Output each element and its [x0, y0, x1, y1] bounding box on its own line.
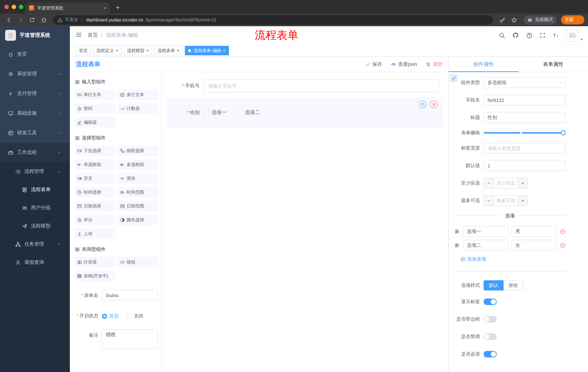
drag-icon[interactable]: [454, 243, 460, 248]
tag-process-model[interactable]: 流程模型×: [124, 46, 152, 55]
drag-icon[interactable]: [454, 229, 460, 234]
tab-form-props[interactable]: 表单属性: [518, 57, 588, 72]
tag-home[interactable]: 首页: [76, 46, 91, 55]
palette-item-password[interactable]: 密码: [75, 103, 115, 114]
sidebar-item-process-model[interactable]: 流程模型: [0, 217, 70, 235]
sidebar-item-home[interactable]: 首页: [0, 44, 70, 64]
delete-field-button[interactable]: [430, 101, 437, 108]
security-label[interactable]: 不安全: [65, 17, 78, 23]
forward-icon[interactable]: [15, 15, 25, 25]
sidebar-item-devtools[interactable]: 研发工具: [0, 123, 70, 143]
palette-item-checkbox-group[interactable]: 多选框组: [118, 159, 158, 170]
view-json-button[interactable]: 查看json: [391, 61, 417, 67]
disabled-switch[interactable]: [483, 333, 497, 340]
clear-button[interactable]: 清空: [426, 61, 442, 67]
close-icon[interactable]: ×: [223, 48, 226, 53]
palette-item-time-picker[interactable]: 时间选择: [75, 187, 115, 197]
breadcrumb-home[interactable]: 首页: [88, 32, 98, 39]
tab-component-props[interactable]: 组件属性: [449, 57, 518, 72]
back-icon[interactable]: [4, 15, 14, 25]
status-radio-off[interactable]: 关闭: [126, 313, 143, 319]
plus-button[interactable]: +: [517, 178, 528, 188]
form-name-input[interactable]: [102, 290, 158, 301]
reload-icon[interactable]: [27, 15, 37, 25]
max-select-input[interactable]: [494, 195, 517, 206]
palette-item-row-container[interactable]: 行容器: [75, 257, 115, 267]
option-label-input[interactable]: [463, 240, 508, 251]
required-switch[interactable]: [483, 351, 497, 357]
search-icon[interactable]: [499, 32, 505, 38]
copy-field-button[interactable]: [419, 101, 426, 108]
browser-tab[interactable]: 芋道管理系统 ×: [25, 2, 110, 13]
remove-circle-icon[interactable]: [560, 243, 566, 248]
close-icon[interactable]: ×: [146, 48, 149, 53]
palette-item-button[interactable]: 按钮: [118, 257, 158, 267]
tag-process-form-edit[interactable]: 流程表单-编辑×: [185, 46, 229, 55]
label-width-input[interactable]: [483, 143, 566, 154]
sidebar-item-infrastructure[interactable]: 基础设施: [0, 103, 70, 123]
palette-item-single-line-text[interactable]: 单行文本: [75, 90, 115, 100]
update-pill[interactable]: 更新 ⋮: [561, 15, 584, 24]
form-grid-slider[interactable]: [483, 132, 563, 134]
palette-item-date-range[interactable]: 日期范围: [118, 201, 158, 211]
palette-item-cascader[interactable]: 级联选择: [118, 146, 158, 156]
tab-close-icon[interactable]: ×: [103, 5, 106, 11]
sidebar-item-leave-query[interactable]: 请假查询: [0, 253, 70, 272]
palette-item-upload[interactable]: 上传: [75, 229, 115, 239]
option-value-input[interactable]: [511, 240, 557, 251]
min-select-input[interactable]: [494, 178, 517, 188]
palette-item-rate[interactable]: 评分: [75, 215, 115, 225]
sidebar-item-process-form[interactable]: 流程表单: [0, 181, 70, 199]
default-value-input[interactable]: [483, 160, 566, 171]
sidebar-item-system-management[interactable]: 系统管理: [0, 64, 70, 84]
sidebar-item-payment-management[interactable]: ¥支付管理: [0, 84, 70, 103]
font-size-icon[interactable]: TT: [553, 32, 559, 38]
palette-item-table[interactable]: 表格[开发中]: [75, 271, 115, 281]
canvas-field-gender[interactable]: *性别 选项一选项二: [166, 97, 443, 128]
tag-process-definition[interactable]: 流程定义×: [93, 46, 122, 55]
palette-item-time-range[interactable]: 时间范围: [118, 187, 158, 197]
option-value-input[interactable]: [511, 226, 557, 237]
option-style-default-button[interactable]: 默认: [483, 280, 504, 290]
new-tab-button[interactable]: +: [116, 4, 120, 11]
plus-button[interactable]: +: [517, 195, 528, 206]
sidebar-item-user-group[interactable]: 用户分组: [0, 199, 70, 217]
palette-item-rich-editor[interactable]: 编辑器: [75, 117, 115, 128]
title-input[interactable]: [483, 112, 566, 123]
palette-item-slider[interactable]: 滑块: [118, 173, 158, 183]
sidebar-logo[interactable]: 芋道管理系统: [0, 26, 70, 44]
browser-home-icon[interactable]: [39, 15, 49, 25]
tag-process-form[interactable]: 流程表单×: [154, 46, 183, 55]
fold-sidebar-icon[interactable]: [70, 32, 88, 39]
sidebar-item-task-management[interactable]: 任务管理: [0, 235, 70, 253]
close-icon[interactable]: ×: [177, 48, 179, 53]
github-icon[interactable]: [512, 32, 519, 39]
zoom-window-button[interactable]: [19, 5, 23, 9]
help-icon[interactable]: [526, 32, 532, 38]
field-name-input[interactable]: [483, 95, 566, 106]
bookmark-star-icon[interactable]: [509, 15, 519, 25]
checkbox-option[interactable]: 选项二: [237, 109, 260, 116]
address-bar[interactable]: 不安全 dashboard.yudao.iocoder.cn/bpm/manag…: [53, 15, 493, 25]
form-remark-textarea[interactable]: 嘿嘿: [102, 329, 158, 349]
close-icon[interactable]: ×: [116, 48, 118, 53]
fullscreen-icon[interactable]: [540, 32, 546, 38]
option-style-button-button[interactable]: 按钮: [504, 280, 523, 290]
add-option-button[interactable]: 添加选项: [460, 256, 566, 262]
checkbox-option[interactable]: 选项一: [204, 109, 227, 116]
option-label-input[interactable]: [463, 226, 508, 237]
minus-button[interactable]: −: [484, 178, 494, 188]
show-label-switch[interactable]: [483, 298, 497, 305]
palette-item-switch[interactable]: 开关: [75, 173, 115, 183]
with-border-switch[interactable]: [483, 316, 497, 322]
link-icon[interactable]: [450, 74, 458, 82]
status-radio-on[interactable]: 开启: [102, 313, 119, 319]
palette-item-select[interactable]: 下拉选择: [75, 146, 115, 156]
sidebar-item-workflow[interactable]: 工作流程: [0, 143, 70, 162]
palette-item-multi-line-text[interactable]: 多行文本: [118, 90, 158, 100]
browser-menu-icon[interactable]: ⋮: [576, 18, 581, 22]
minus-button[interactable]: −: [484, 195, 494, 206]
palette-item-date-picker[interactable]: 日期选择: [75, 201, 115, 211]
sidebar-item-process-management[interactable]: 流程管理: [0, 162, 70, 181]
component-type-select[interactable]: [483, 77, 566, 88]
